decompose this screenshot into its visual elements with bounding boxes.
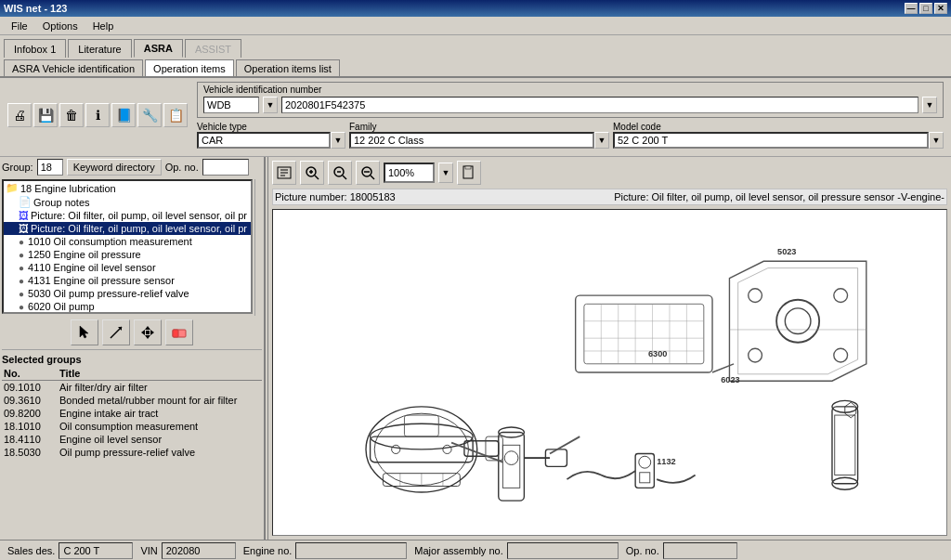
menu-help[interactable]: Help — [85, 19, 122, 33]
tree-splitter[interactable] — [254, 179, 262, 316]
picture-number: Picture number: 18005183 — [275, 191, 396, 202]
sub-tabbar: ASRA Vehicle identification Operation it… — [0, 58, 951, 78]
vehicle-type-value: CAR — [197, 132, 331, 149]
cursor-tool-btn[interactable] — [71, 319, 98, 345]
tree-root[interactable]: 📁 18 Engine lubrication — [4, 181, 251, 195]
tab-literature[interactable]: Literature — [68, 39, 131, 58]
picture-title: Picture: Oil filter, oil pump, oil level… — [614, 191, 944, 202]
family-value: 12 202 C Class — [349, 132, 594, 149]
sg-row-1: 09.3610 Bonded metal/rubber mount for ai… — [2, 394, 262, 407]
zoom-fit-btn[interactable] — [356, 161, 380, 185]
keyword-directory-btn[interactable]: Keyword directory — [67, 159, 162, 176]
tree-view[interactable]: 📁 18 Engine lubrication 📄 Group notes 🖼 … — [2, 179, 253, 314]
model-code-value: 52 C 200 T — [613, 132, 929, 149]
delete-btn[interactable]: 🗑 — [59, 103, 84, 127]
subtab-op-items[interactable]: Operation items — [145, 59, 234, 76]
vin-status-label: VIN — [137, 545, 161, 556]
svg-rect-24 — [465, 166, 471, 169]
info-btn[interactable]: ℹ — [85, 103, 110, 127]
sales-des-value: C 200 T — [59, 542, 133, 559]
menu-file[interactable]: File — [4, 19, 35, 33]
family-label: Family — [349, 122, 609, 132]
selected-groups-area: Selected groups No. Title 09.1010 Air fi… — [2, 354, 262, 459]
model-code-dropdown[interactable]: ▼ — [929, 132, 944, 149]
group-input[interactable] — [37, 159, 63, 176]
zoom-value-input[interactable] — [384, 163, 435, 183]
svg-marker-4 — [141, 330, 145, 335]
content-area: Group: Keyword directory Op. no. 📁 18 En… — [0, 157, 951, 540]
minimize-btn[interactable]: — — [905, 3, 918, 14]
page-icon-btn[interactable] — [457, 161, 481, 185]
sg-row-0: 09.1010 Air filter/dry air filter — [2, 381, 262, 394]
sg-row-5: 18.5030 Oil pump pressure-relief valve — [2, 446, 262, 459]
print-btn[interactable]: 🖨 — [7, 103, 32, 127]
tree-img2[interactable]: 🖼 Picture: Oil filter, oil pump, oil lev… — [4, 222, 251, 235]
wrench-btn[interactable]: 🔧 — [137, 103, 162, 127]
arrow-tool-btn[interactable] — [102, 319, 130, 345]
selected-groups-title: Selected groups — [2, 354, 262, 365]
major-assembly-value — [507, 542, 619, 559]
sales-des-label: Sales des. — [4, 545, 59, 556]
left-pane: Group: Keyword directory Op. no. 📁 18 En… — [0, 157, 265, 540]
main-tabbar: Infobox 1 Literature ASRA ASSIST — [0, 35, 951, 58]
major-assembly-label: Major assembly no. — [410, 545, 506, 556]
opno-input[interactable] — [202, 159, 249, 176]
sg-row-3: 18.1010 Oil consumption measurement — [2, 420, 262, 433]
label-5023: 5023 — [777, 247, 796, 256]
tree-img1[interactable]: 🖼 Picture: Oil filter, oil pump, oil lev… — [4, 209, 251, 222]
vin-prefix-dropdown[interactable]: ▼ — [263, 97, 278, 113]
family-dropdown[interactable]: ▼ — [594, 132, 609, 149]
sg-row-4: 18.4110 Engine oil level sensor — [2, 433, 262, 446]
subtab-op-items-list[interactable]: Operation items list — [236, 59, 340, 76]
tree-item-4131[interactable]: ● 4131 Engine oil pressure sensor — [4, 274, 251, 287]
model-code-label: Model code — [613, 122, 944, 132]
tree-item-1010[interactable]: ● 1010 Oil consumption measurement — [4, 235, 251, 248]
vehicle-info-section: 🖨 💾 🗑 ℹ 📘 🔧 📋 Vehicle identification num… — [0, 78, 951, 157]
svg-marker-2 — [145, 326, 150, 330]
tree-item-5030[interactable]: ● 5030 Oil pump pressure-relief valve — [4, 287, 251, 300]
vin-prefix-input[interactable] — [203, 97, 259, 113]
vehicle-type-dropdown[interactable]: ▼ — [331, 132, 345, 149]
zoom-out-btn[interactable] — [328, 161, 352, 185]
group-label: Group: — [2, 162, 33, 173]
zoom-dropdown[interactable]: ▼ — [438, 163, 453, 183]
close-btn[interactable]: ✕ — [934, 3, 947, 14]
tree-group-notes[interactable]: 📄 Group notes — [4, 195, 251, 209]
subtab-vehicle-id[interactable]: ASRA Vehicle identification — [4, 59, 143, 76]
menu-options[interactable]: Options — [35, 19, 85, 33]
move-tool-btn[interactable] — [134, 319, 162, 345]
sg-row-2: 09.8200 Engine intake air tract — [2, 407, 262, 420]
svg-line-18 — [343, 176, 346, 179]
svg-line-14 — [315, 176, 319, 179]
prev-page-btn[interactable] — [272, 161, 296, 185]
maximize-btn[interactable]: □ — [919, 3, 932, 14]
selected-groups-header: No. Title — [2, 367, 262, 381]
clipboard-btn[interactable]: 📋 — [163, 103, 188, 127]
save-btn[interactable]: 💾 — [33, 103, 58, 127]
op-no-status-label: Op. no. — [622, 545, 663, 556]
op-no-status-value — [663, 542, 737, 559]
tab-assist[interactable]: ASSIST — [185, 39, 241, 58]
vin-number-input[interactable] — [281, 97, 918, 113]
book-btn[interactable]: 📘 — [111, 103, 136, 127]
statusbar: Sales des. C 200 T VIN 202080 Engine no.… — [0, 540, 951, 560]
menubar: File Options Help — [0, 17, 951, 35]
vin-status-value: 202080 — [162, 542, 236, 559]
bottom-icon-toolbar — [2, 316, 262, 350]
zoom-in-btn[interactable] — [300, 161, 324, 185]
titlebar: WIS net - 123 — □ ✕ — [0, 0, 951, 17]
engine-no-value — [295, 542, 407, 559]
picture-info-bar: Picture number: 18005183 Picture: Oil fi… — [272, 189, 947, 205]
label-6023: 6023 — [721, 375, 739, 384]
right-pane: ▼ Picture number: 18005183 Picture: Oil … — [268, 157, 951, 540]
vin-number-dropdown[interactable]: ▼ — [922, 97, 937, 113]
tab-asra[interactable]: ASRA — [134, 39, 183, 58]
tree-item-6020[interactable]: ● 6020 Oil pump — [4, 300, 251, 313]
tree-item-4110[interactable]: ● 4110 Engine oil level sensor — [4, 261, 251, 274]
svg-rect-6 — [146, 331, 150, 334]
tab-infobox[interactable]: Infobox 1 — [4, 39, 66, 58]
tree-item-1250[interactable]: ● 1250 Engine oil pressure — [4, 248, 251, 261]
svg-marker-5 — [150, 330, 154, 335]
diagram-image-area[interactable]: 5023 6300 6023 1132 3090 3090 14110 5043 — [272, 209, 947, 536]
eraser-tool-btn[interactable] — [165, 319, 193, 345]
